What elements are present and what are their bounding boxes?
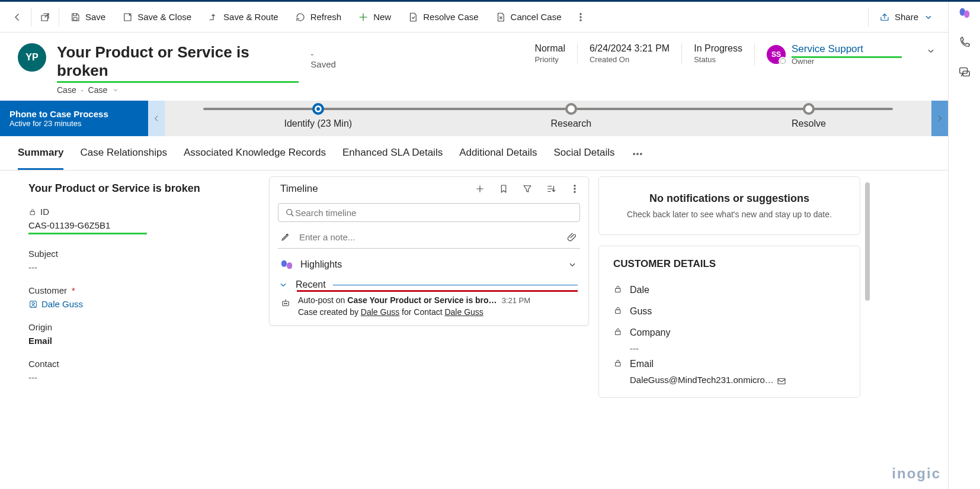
- save-icon: [70, 12, 81, 22]
- share-icon: [879, 12, 890, 22]
- customer-company-value[interactable]: ---: [613, 343, 846, 353]
- id-label: ID: [28, 207, 254, 217]
- tab-social[interactable]: Social Details: [554, 143, 615, 170]
- priority-value: Normal: [534, 43, 565, 54]
- bpf-stage-identify[interactable]: Identify (23 Min): [244, 103, 392, 129]
- cancel-icon: [495, 12, 506, 22]
- customer-first-name[interactable]: Dale: [613, 279, 846, 301]
- svg-rect-0: [41, 15, 48, 21]
- createdon-label: Created On: [590, 55, 670, 64]
- svg-point-6: [636, 153, 638, 155]
- entity-breadcrumb[interactable]: Case · Case: [57, 85, 341, 95]
- popout-button[interactable]: [34, 8, 56, 26]
- overflow-icon: [575, 12, 586, 22]
- header-status[interactable]: In Progress Status: [681, 43, 754, 64]
- customer-last-name[interactable]: Guss: [613, 301, 846, 322]
- bpf-stage-resolve[interactable]: Resolve: [735, 103, 883, 129]
- bpf-prev-button[interactable]: [148, 101, 165, 136]
- mail-icon[interactable]: [776, 376, 786, 385]
- tab-overflow[interactable]: [632, 143, 643, 170]
- recent-divider: [333, 285, 578, 285]
- timeline-add-button[interactable]: [475, 184, 485, 194]
- chat-rail-icon[interactable]: [958, 66, 971, 79]
- timeline-bookmark-button[interactable]: [498, 184, 509, 194]
- timeline-sort-button[interactable]: [546, 184, 556, 194]
- annotation-underline: [57, 81, 299, 83]
- contact-label: Contact: [28, 359, 254, 369]
- refresh-button[interactable]: Refresh: [287, 8, 350, 26]
- highlights-label: Highlights: [300, 259, 342, 270]
- timeline-sub-link[interactable]: Dale Guss: [444, 307, 483, 317]
- save-close-button[interactable]: Save & Close: [114, 8, 200, 26]
- save-close-icon: [122, 12, 133, 22]
- tab-summary[interactable]: Summary: [18, 143, 63, 170]
- form-selector: Case: [88, 85, 108, 95]
- case-title-field[interactable]: Your Product or Service is broken: [28, 182, 254, 195]
- subject-value[interactable]: ---: [28, 262, 254, 272]
- cancel-case-button[interactable]: Cancel Case: [487, 8, 570, 26]
- svg-point-12: [574, 188, 575, 189]
- origin-value[interactable]: Email: [28, 336, 254, 346]
- save-button[interactable]: Save: [62, 8, 114, 26]
- customer-value[interactable]: Dale Guss: [28, 299, 83, 309]
- svg-rect-18: [616, 288, 620, 292]
- copilot-rail-icon[interactable]: [958, 7, 971, 20]
- phone-rail-icon[interactable]: [958, 36, 971, 49]
- back-button[interactable]: [6, 8, 28, 26]
- bpf-stage-research[interactable]: Research: [497, 103, 645, 129]
- timeline-title: Timeline: [280, 183, 475, 195]
- separator: [868, 8, 869, 27]
- tab-additional[interactable]: Additional Details: [459, 143, 537, 170]
- timeline-more-button[interactable]: [569, 184, 580, 194]
- timeline-item-time: 3:21 PM: [502, 296, 530, 305]
- timeline-highlights-section[interactable]: Highlights: [270, 253, 588, 276]
- separator: [59, 8, 59, 27]
- timeline-sub-mid: for Contact: [399, 307, 444, 317]
- header-priority[interactable]: Normal Priority: [523, 43, 577, 64]
- timeline-note-input[interactable]: [299, 232, 559, 242]
- save-label: Save: [85, 12, 105, 22]
- record-title: Your Product or Service is broken: [57, 43, 305, 80]
- save-route-label: Save & Route: [223, 12, 278, 22]
- timeline-sub-link[interactable]: Dale Guss: [361, 307, 399, 317]
- entity-label: Case: [57, 85, 76, 95]
- share-button[interactable]: Share: [871, 8, 942, 26]
- customer-label: Customer: [28, 285, 254, 295]
- new-button[interactable]: New: [350, 8, 399, 26]
- tab-relationships[interactable]: Case Relationships: [80, 143, 166, 170]
- notifications-body: Check back later to see what's new and s…: [617, 210, 842, 219]
- save-route-button[interactable]: Save & Route: [200, 8, 287, 26]
- createdon-value: 6/24/2024 3:21 PM: [590, 43, 670, 54]
- owner-label: Owner: [792, 57, 902, 66]
- lock-icon: [613, 284, 623, 296]
- new-label: New: [373, 12, 391, 22]
- timeline-note-row[interactable]: [278, 227, 580, 249]
- bpf-info[interactable]: Phone to Case Process Active for 23 minu…: [0, 101, 148, 136]
- attachment-icon[interactable]: [567, 231, 578, 242]
- search-icon: [284, 207, 295, 218]
- tab-sla[interactable]: Enhanced SLA Details: [342, 143, 443, 170]
- stage-label: Research: [497, 118, 645, 129]
- customer-email-value[interactable]: DaleGuss@MindTech231.onmicro…: [613, 375, 846, 385]
- resolve-case-button[interactable]: Resolve Case: [399, 8, 486, 26]
- timeline-item[interactable]: Auto-post on Case Your Product or Servic…: [270, 292, 588, 325]
- timeline-filter-button[interactable]: [522, 184, 533, 194]
- command-bar: Save Save & Close Save & Route Refresh N…: [0, 2, 948, 33]
- tab-knowledge[interactable]: Associated Knowledge Records: [184, 143, 326, 170]
- svg-rect-21: [616, 362, 620, 366]
- svg-point-3: [580, 16, 581, 17]
- overflow-button[interactable]: [569, 8, 592, 26]
- bpf-next-button[interactable]: [931, 101, 948, 136]
- header-owner[interactable]: SS Service Support Owner: [754, 43, 914, 66]
- timeline-search[interactable]: [278, 203, 580, 222]
- header-created-on[interactable]: 6/24/2024 3:21 PM Created On: [577, 43, 681, 64]
- svg-point-16: [284, 303, 286, 304]
- scrollbar-thumb[interactable]: [865, 182, 870, 301]
- timeline-search-input[interactable]: [295, 208, 574, 218]
- header-expand-button[interactable]: [925, 46, 936, 56]
- subject-label: Subject: [28, 249, 254, 259]
- contact-value[interactable]: ---: [28, 372, 254, 382]
- separator: [31, 8, 31, 27]
- stage-dot: [565, 103, 577, 115]
- record-avatar: YP: [18, 43, 46, 72]
